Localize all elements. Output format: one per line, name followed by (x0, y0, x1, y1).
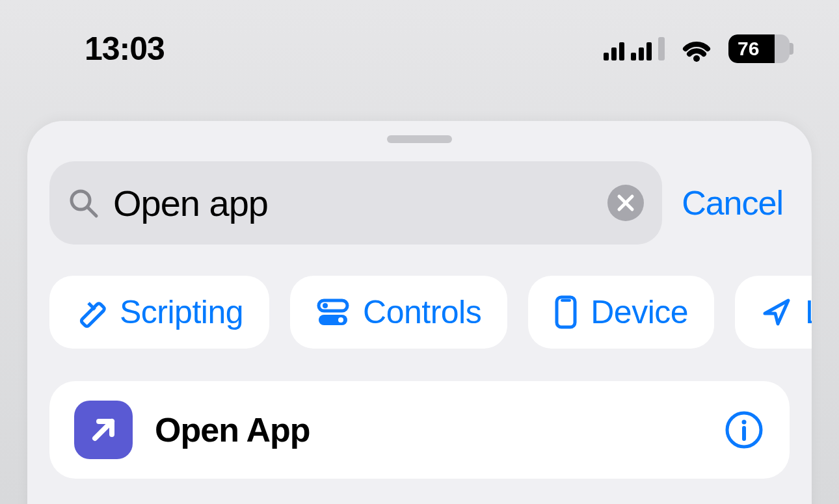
phone-icon (554, 295, 578, 329)
action-search-sheet: Cancel Scripting Controls (27, 121, 812, 504)
location-arrow-icon (761, 297, 792, 328)
svg-line-2 (88, 207, 96, 216)
svg-line-6 (88, 303, 95, 310)
svg-point-15 (742, 420, 747, 425)
svg-point-8 (323, 303, 328, 308)
sheet-grabber[interactable] (387, 135, 452, 143)
battery-indicator: 76 (728, 34, 793, 63)
status-bar: 13:03 76 (0, 0, 839, 98)
cellular-signal-icon (604, 37, 665, 60)
chip-label: Controls (363, 293, 481, 331)
chip-location[interactable]: Lo (735, 276, 812, 349)
clear-search-button[interactable] (607, 185, 644, 221)
open-app-action-icon (74, 401, 133, 459)
wifi-icon (679, 36, 714, 62)
status-indicators: 76 (604, 34, 793, 63)
result-title: Open App (155, 410, 701, 449)
chip-label: Scripting (120, 293, 243, 331)
svg-point-0 (693, 55, 700, 62)
search-input[interactable] (113, 182, 593, 224)
chip-label: Lo (805, 293, 812, 331)
svg-point-10 (338, 317, 343, 323)
result-open-app[interactable]: Open App (49, 381, 790, 479)
chip-label: Device (591, 293, 688, 331)
chip-device[interactable]: Device (528, 276, 714, 349)
chip-controls[interactable]: Controls (290, 276, 507, 349)
chip-scripting[interactable]: Scripting (49, 276, 269, 349)
cancel-button[interactable]: Cancel (682, 183, 790, 222)
wand-icon (75, 297, 107, 328)
battery-percent: 76 (728, 34, 790, 63)
search-field[interactable] (49, 161, 662, 245)
search-row: Cancel (27, 161, 812, 245)
search-icon (68, 187, 99, 219)
results-list: Open App (27, 381, 812, 479)
status-time: 13:03 (85, 30, 165, 68)
info-button[interactable] (723, 409, 765, 451)
toggles-icon (316, 297, 350, 328)
category-chips[interactable]: Scripting Controls Device (27, 276, 812, 349)
